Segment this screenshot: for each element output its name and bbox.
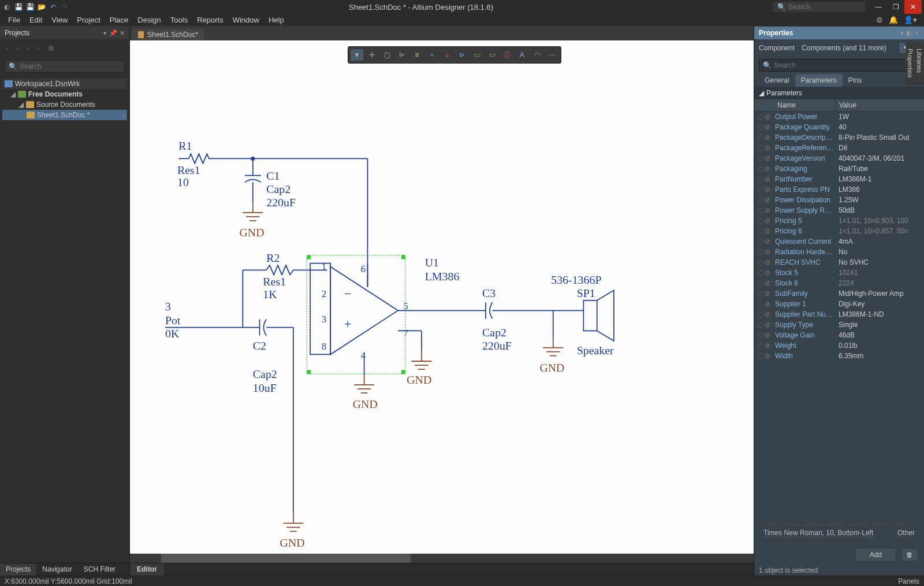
param-value[interactable]: 1=1.01, 10=0.857, 50= (835, 227, 924, 235)
save-icon[interactable]: 💾 (14, 2, 23, 12)
visibility-icon[interactable]: ◌ (758, 321, 763, 329)
tb-open-icon[interactable]: ▫ (16, 44, 18, 53)
col-name[interactable]: Name (754, 99, 835, 111)
visibility-icon[interactable]: ◌ (758, 196, 763, 204)
lock-icon[interactable]: ⊘ (765, 248, 770, 256)
menu-place[interactable]: Place (105, 14, 133, 25)
tb-save-icon[interactable]: ▫ (27, 44, 29, 53)
settings-icon[interactable]: ⚙ (876, 16, 883, 24)
tab-parameters[interactable]: Parameters (795, 74, 843, 87)
param-row[interactable]: ◌⊘PackageReferenceD8 (754, 143, 924, 153)
font-summary[interactable]: Times New Roman, 10, Bottom-Left Other (758, 525, 921, 541)
menu-project[interactable]: Project (72, 14, 105, 25)
param-value[interactable]: 0.01lb (835, 342, 924, 350)
visibility-icon[interactable]: ◌ (758, 290, 763, 298)
horizontal-scrollbar[interactable] (130, 554, 754, 563)
lock-icon[interactable]: ⊘ (765, 238, 770, 246)
param-value[interactable]: D8 (835, 144, 924, 152)
menu-view[interactable]: View (47, 14, 72, 25)
global-search[interactable]: 🔍 (773, 2, 865, 12)
side-tab-libraries[interactable]: Libraries (915, 43, 924, 84)
align-icon[interactable]: ⊫ (396, 49, 408, 61)
param-row[interactable]: ◌⊘Pricing 61=1.01, 10=0.857, 50= (754, 226, 924, 236)
visibility-icon[interactable]: ◌ (758, 206, 763, 214)
param-row[interactable]: ◌⊘Weight0.01lb (754, 340, 924, 351)
lock-icon[interactable]: ⊘ (765, 144, 770, 152)
minimize-icon[interactable]: — (870, 0, 887, 14)
maximize-icon[interactable]: ❐ (887, 0, 904, 14)
param-value[interactable]: LM386M-1-ND (835, 310, 924, 318)
param-value[interactable]: Mid/High-Power Amp (835, 290, 924, 298)
param-value[interactable]: 40 (835, 123, 924, 131)
tree-workspace[interactable]: Workspace1.DsnWrk (2, 79, 127, 89)
lock-icon[interactable]: ⊘ (765, 279, 770, 287)
add-button[interactable]: Add (855, 548, 896, 562)
lock-icon[interactable]: ⊘ (765, 154, 770, 162)
move-icon[interactable]: ✛ (366, 49, 378, 61)
param-row[interactable]: ◌⊘Supplier 1Digi-Key (754, 299, 924, 309)
param-value[interactable]: Rail/Tube (835, 165, 924, 173)
param-row[interactable]: ◌⊘PartNumberLM386M-1 (754, 174, 924, 184)
menu-tools[interactable]: Tools (166, 14, 192, 25)
info-icon[interactable]: ⓘ (501, 49, 513, 61)
lock-icon[interactable]: ⊘ (765, 290, 770, 298)
selector-scope[interactable]: Components (and 11 more) (802, 44, 886, 52)
param-value[interactable]: LM386 (835, 186, 924, 194)
tree-free-documents[interactable]: ◢ Free Documents (2, 89, 127, 99)
lock-icon[interactable]: ⊘ (765, 258, 770, 266)
filter-icon[interactable]: ▼ (351, 49, 363, 61)
visibility-icon[interactable]: ◌ (758, 113, 763, 121)
param-value[interactable]: 6.35mm (835, 352, 924, 360)
lock-icon[interactable]: ⊘ (765, 196, 770, 204)
visibility-icon[interactable]: ◌ (758, 248, 763, 256)
param-row[interactable]: ◌⊘Quiescent Current4mA (754, 236, 924, 247)
notifications-icon[interactable]: 🔔 (889, 16, 898, 24)
port-icon[interactable]: ⊳ (456, 49, 468, 61)
tab-editor[interactable]: Editor (130, 563, 164, 576)
visibility-icon[interactable]: ◌ (758, 300, 763, 308)
side-tab-properties[interactable]: Properties (906, 43, 915, 84)
param-row[interactable]: ◌⊘SubFamilyMid/High-Power Amp (754, 288, 924, 299)
param-row[interactable]: ◌⊘Radiation HardeningNo (754, 247, 924, 257)
param-value[interactable]: No (835, 248, 924, 256)
param-value[interactable]: 46dB (835, 331, 924, 339)
select-icon[interactable]: ▢ (381, 49, 393, 61)
param-value[interactable]: 1.25W (835, 196, 924, 204)
menu-window[interactable]: Window (228, 14, 264, 25)
lock-icon[interactable]: ⊘ (765, 175, 770, 183)
param-value[interactable]: 50dB (835, 206, 924, 214)
visibility-icon[interactable]: ◌ (758, 165, 763, 173)
visibility-icon[interactable]: ◌ (758, 238, 763, 246)
arc-icon[interactable]: ◠ (531, 49, 543, 61)
visibility-icon[interactable]: ◌ (758, 133, 763, 142)
panel-menu-icon[interactable]: ▾ (103, 29, 107, 37)
param-row[interactable]: ◌⊘Supply TypeSingle (754, 320, 924, 330)
lock-icon[interactable]: ⊘ (765, 123, 770, 131)
tree-source-documents[interactable]: ◢ Source Documents (2, 99, 127, 110)
visibility-icon[interactable]: ◌ (758, 144, 763, 152)
tab-projects[interactable]: Projects (0, 563, 36, 576)
more-icon[interactable]: ⋯ (546, 49, 558, 61)
panel-close-icon[interactable]: ✕ (120, 29, 125, 37)
parameters-grid[interactable]: ◌⊘Output Power1W◌⊘Package Quantity40◌⊘Pa… (754, 112, 924, 521)
projects-search[interactable]: 🔍 (5, 60, 125, 73)
menu-reports[interactable]: Reports (192, 14, 228, 25)
param-row[interactable]: ◌⊘Package Quantity40 (754, 122, 924, 132)
lock-icon[interactable]: ⊘ (765, 165, 770, 173)
lock-icon[interactable]: ⊘ (765, 206, 770, 214)
text-icon[interactable]: A (516, 49, 528, 61)
param-row[interactable]: ◌⊘Power Supply Rejectio50dB (754, 205, 924, 216)
label-icon[interactable]: ▭ (471, 49, 483, 61)
param-value[interactable]: Single (835, 321, 924, 329)
visibility-icon[interactable]: ◌ (758, 310, 763, 318)
visibility-icon[interactable]: ◌ (758, 258, 763, 266)
close-icon[interactable]: ✕ (904, 0, 922, 14)
tb-settings-icon[interactable]: ⚙ (48, 44, 54, 53)
parameters-section-header[interactable]: ◢ Parameters (754, 87, 924, 99)
net-icon[interactable]: ≈ (426, 49, 438, 61)
param-value[interactable]: 1W (835, 113, 924, 121)
projects-search-input[interactable] (20, 62, 121, 71)
param-row[interactable]: ◌⊘Pricing 51=1.01, 10=0.903, 100 (754, 216, 924, 226)
tree-sheet1[interactable]: Sheet1.SchDoc * ▫ (2, 110, 127, 120)
open-icon[interactable]: 📂 (37, 2, 46, 12)
